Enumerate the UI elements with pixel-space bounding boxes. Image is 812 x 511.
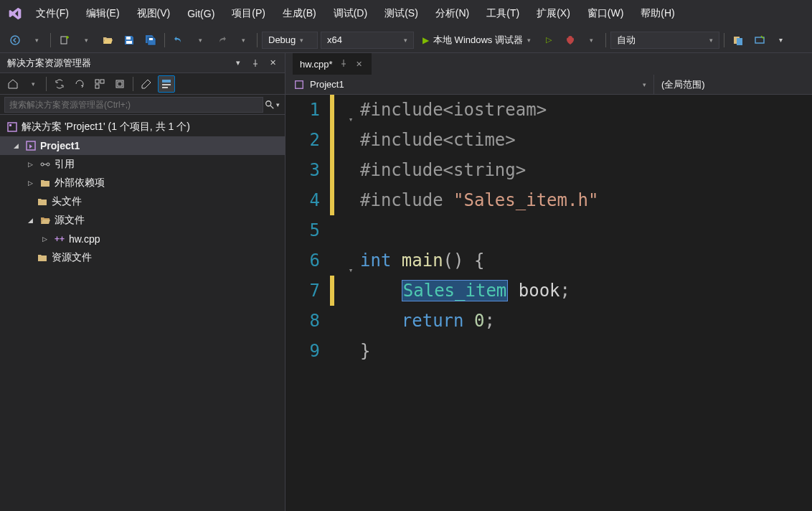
overflow-button[interactable]: ▾ bbox=[772, 31, 790, 50]
fold-icon[interactable]: ▾ bbox=[346, 105, 356, 135]
config-dropdown[interactable]: Debug▾ bbox=[262, 32, 318, 49]
start-debug-button[interactable]: ▶ 本地 Windows 调试器 ▾ bbox=[417, 32, 537, 49]
nav-project-label: Project1 bbox=[310, 79, 344, 90]
close-icon[interactable]: ✕ bbox=[354, 60, 364, 69]
auto-dropdown[interactable]: 自动▾ bbox=[610, 32, 719, 49]
headers-node[interactable]: 头文件 bbox=[0, 192, 285, 211]
search-input[interactable] bbox=[4, 97, 263, 113]
save-button[interactable] bbox=[120, 31, 138, 50]
project-node[interactable]: ◢ Project1 bbox=[0, 136, 285, 155]
undo-dropdown[interactable]: ▾ bbox=[191, 31, 209, 50]
home-button[interactable] bbox=[4, 75, 22, 93]
hot-reload-button[interactable] bbox=[561, 31, 580, 50]
svg-rect-14 bbox=[162, 84, 171, 85]
start-without-debug-button[interactable]: ▷ bbox=[539, 31, 558, 50]
properties-button[interactable] bbox=[138, 75, 155, 93]
undo-button[interactable] bbox=[169, 31, 188, 50]
nav-forward-button[interactable]: ▾ bbox=[27, 31, 46, 50]
run-label: 本地 Windows 调试器 bbox=[433, 34, 523, 47]
show-all-button[interactable] bbox=[111, 75, 128, 93]
search-icon[interactable]: ▾ bbox=[263, 100, 280, 110]
fold-column: ▾ ▾ bbox=[344, 95, 357, 511]
svg-rect-10 bbox=[95, 85, 99, 88]
folder-icon bbox=[36, 252, 49, 263]
collapse-icon[interactable]: ◢ bbox=[10, 142, 22, 149]
expand-icon[interactable]: ▷ bbox=[39, 235, 50, 243]
menu-analyze[interactable]: 分析(N) bbox=[431, 4, 473, 23]
svg-rect-13 bbox=[162, 80, 171, 83]
expand-icon[interactable]: ▷ bbox=[24, 161, 36, 168]
menu-debug[interactable]: 调试(D) bbox=[329, 4, 372, 23]
svg-rect-8 bbox=[95, 80, 99, 83]
nav-back-button[interactable] bbox=[6, 31, 24, 50]
svg-rect-15 bbox=[162, 87, 168, 88]
code-content[interactable]: #include<iostream> #include<ctime> #incl… bbox=[357, 95, 812, 511]
expand-icon[interactable]: ▷ bbox=[24, 179, 36, 187]
panel-title: 解决方案资源管理器 bbox=[7, 57, 91, 70]
change-marker bbox=[330, 276, 334, 306]
resources-node[interactable]: 资源文件 bbox=[0, 248, 285, 267]
separator bbox=[724, 33, 724, 47]
diagnostics-button[interactable] bbox=[729, 31, 747, 50]
new-item-button[interactable] bbox=[55, 31, 74, 50]
fold-icon[interactable]: ▾ bbox=[346, 255, 356, 286]
sources-node[interactable]: ◢ 源文件 bbox=[0, 211, 285, 230]
hot-reload-dropdown[interactable]: ▾ bbox=[582, 31, 601, 50]
menu-git[interactable]: Git(G) bbox=[183, 5, 219, 22]
save-all-button[interactable] bbox=[141, 31, 160, 50]
panel-dropdown-button[interactable]: ▾ bbox=[232, 57, 245, 70]
references-node[interactable]: ▷ 引用 bbox=[0, 155, 285, 174]
panel-pin-button[interactable] bbox=[249, 57, 262, 70]
config-label: Debug bbox=[268, 34, 296, 45]
menu-help[interactable]: 帮助(H) bbox=[636, 4, 679, 23]
project-icon bbox=[293, 80, 306, 90]
collapse-icon[interactable]: ◢ bbox=[24, 217, 36, 224]
line-gutter: 1 2 3 4 5 6 7 8 9 bbox=[285, 95, 330, 511]
menu-test[interactable]: 测试(S) bbox=[380, 4, 422, 23]
change-marker bbox=[330, 95, 334, 215]
menu-project[interactable]: 项目(P) bbox=[227, 4, 270, 23]
menu-edit[interactable]: 编辑(E) bbox=[82, 4, 124, 23]
separator bbox=[133, 77, 133, 91]
panel-dropdown[interactable]: ▾ bbox=[24, 75, 42, 93]
panel-header: 解决方案资源管理器 ▾ ✕ bbox=[0, 53, 285, 73]
editor-tab-hw-cpp[interactable]: hw.cpp* ✕ bbox=[293, 53, 372, 75]
svg-rect-22 bbox=[296, 80, 303, 88]
svg-rect-12 bbox=[118, 82, 122, 86]
menu-extensions[interactable]: 扩展(X) bbox=[532, 4, 575, 23]
solution-node[interactable]: 解决方案 'Project1' (1 个项目, 共 1 个) bbox=[0, 118, 285, 136]
collapse-all-button[interactable] bbox=[91, 75, 108, 93]
nav-project-dropdown[interactable]: Project1 ▾ bbox=[285, 75, 654, 94]
svg-point-20 bbox=[41, 163, 44, 166]
menu-build[interactable]: 生成(B) bbox=[278, 4, 321, 23]
live-share-button[interactable] bbox=[750, 31, 769, 50]
vs-logo-icon bbox=[7, 6, 23, 22]
open-button[interactable] bbox=[98, 31, 117, 50]
toolbar: ▾ ▾ ▾ ▾ Debug▾ x64▾ ▶ 本地 Windows 调试器 ▾ ▷… bbox=[0, 27, 812, 53]
external-deps-node[interactable]: ▷ 外部依赖项 bbox=[0, 174, 285, 192]
redo-button[interactable] bbox=[212, 31, 231, 50]
nav-scope-dropdown[interactable]: (全局范围) bbox=[654, 75, 812, 94]
sync-button[interactable] bbox=[51, 75, 68, 93]
main-area: 解决方案资源管理器 ▾ ✕ ▾ ▾ 解决方案 'P bbox=[0, 53, 812, 511]
preview-button[interactable] bbox=[158, 75, 175, 93]
solution-icon bbox=[6, 121, 19, 133]
menu-file[interactable]: 文件(F) bbox=[32, 4, 73, 23]
platform-dropdown[interactable]: x64▾ bbox=[321, 32, 414, 49]
menu-view[interactable]: 视图(V) bbox=[133, 4, 175, 23]
menu-window[interactable]: 窗口(W) bbox=[583, 4, 628, 23]
source-file-node[interactable]: ▷ ++ hw.cpp bbox=[0, 230, 285, 248]
resources-label: 资源文件 bbox=[52, 251, 92, 264]
dropdown-arrow[interactable]: ▾ bbox=[77, 31, 95, 50]
svg-rect-1 bbox=[61, 37, 67, 44]
refresh-button[interactable] bbox=[71, 75, 88, 93]
menu-tools[interactable]: 工具(T) bbox=[482, 4, 524, 23]
solution-explorer-panel: 解决方案资源管理器 ▾ ✕ ▾ ▾ 解决方案 'P bbox=[0, 53, 285, 511]
panel-close-button[interactable]: ✕ bbox=[266, 57, 279, 70]
code-editor[interactable]: 1 2 3 4 5 6 7 8 9 ▾ ▾ #include<iostream>… bbox=[285, 95, 812, 511]
folder-open-icon bbox=[39, 215, 52, 226]
redo-dropdown[interactable]: ▾ bbox=[234, 31, 252, 50]
auto-label: 自动 bbox=[617, 34, 636, 47]
line-number: 7 bbox=[285, 276, 320, 306]
pin-icon[interactable] bbox=[339, 60, 349, 68]
